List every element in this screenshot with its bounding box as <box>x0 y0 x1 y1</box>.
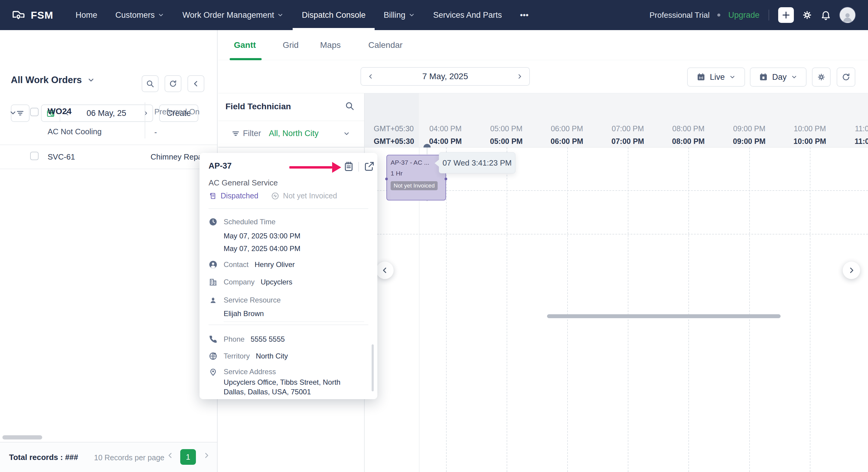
time-tick: 07:00 PM <box>612 137 644 146</box>
nav-item-more[interactable]: ••• <box>511 0 537 30</box>
company-row: Company Upcyclers <box>209 277 292 286</box>
brand-logo[interactable]: FSM <box>0 8 53 22</box>
time-tick: 05:00 PM <box>490 124 522 133</box>
phone-icon <box>209 335 218 344</box>
current-page-badge[interactable]: 1 <box>180 449 196 465</box>
chevron-down-icon <box>87 76 95 84</box>
work-orders-view-selector[interactable]: All Work Orders <box>11 75 95 86</box>
grid-line <box>507 147 507 472</box>
service-address-row: Service Address <box>209 367 276 376</box>
view-tabs: Gantt Grid Maps Calendar <box>218 30 868 60</box>
chevron-left-icon <box>192 79 200 88</box>
plan-label: Professional Trial <box>650 10 710 20</box>
tab-grid[interactable]: Grid <box>283 40 299 50</box>
quick-add-button[interactable] <box>778 7 794 23</box>
avatar-person-icon <box>841 11 854 23</box>
time-tick: 06:00 PM <box>551 124 583 133</box>
tab-maps[interactable]: Maps <box>320 40 341 50</box>
gantt-settings-button[interactable] <box>812 67 831 87</box>
horizontal-scrollbar-thumb[interactable] <box>2 435 42 439</box>
timezone-label: GMT+05:30 <box>374 137 414 146</box>
work-orders-panel: All Work Orders 06 May, 25 Create WO24 A… <box>0 30 218 472</box>
user-avatar[interactable] <box>839 7 856 24</box>
company-building-icon <box>209 277 218 286</box>
refresh-button[interactable] <box>164 75 181 92</box>
search-icon <box>146 79 154 88</box>
time-tick: 11:00 PM <box>855 124 868 133</box>
live-mode-dropdown[interactable]: Live <box>687 67 745 87</box>
gantt-horizontal-scrollbar[interactable] <box>547 314 781 318</box>
annotation-arrow-head <box>332 162 341 173</box>
prev-day-button[interactable] <box>361 73 380 80</box>
worker-icon <box>209 296 218 305</box>
search-icon[interactable] <box>345 101 354 111</box>
gantt-date-label[interactable]: 7 May, 2025 <box>380 72 510 81</box>
service-resource-row: Service Resource <box>209 296 281 305</box>
nav-item-customers[interactable]: Customers <box>106 0 174 30</box>
prev-page-button[interactable] <box>166 451 176 462</box>
row-expand-chevron-icon[interactable] <box>9 109 17 117</box>
refresh-icon <box>169 79 177 88</box>
refresh-icon <box>841 72 850 81</box>
icon-separator <box>358 162 359 172</box>
search-button[interactable] <box>142 75 158 92</box>
chevron-left-icon <box>367 73 374 80</box>
invoice-pulse-icon <box>271 192 279 200</box>
settings-gear-icon[interactable] <box>802 10 812 21</box>
contact-name: Henry Oliver <box>255 260 295 269</box>
event-resize-handle-right[interactable] <box>444 178 447 180</box>
scroll-right-button[interactable] <box>843 262 860 279</box>
open-record-icon[interactable] <box>364 161 375 172</box>
collapse-panel-button[interactable] <box>187 75 204 92</box>
nav-item-work-order-management[interactable]: Work Order Management <box>173 0 293 30</box>
event-title: AP-37 - AC ... <box>391 159 442 166</box>
records-per-page-label: 10 Records per page <box>94 453 164 462</box>
plus-icon <box>781 10 790 20</box>
next-day-button[interactable] <box>510 73 529 80</box>
chevron-down-icon <box>408 12 415 19</box>
service-appointment-row[interactable]: SVC-61 Chimney Repair <box>0 145 217 169</box>
row-checkbox[interactable] <box>30 108 38 116</box>
grid-line <box>688 147 689 472</box>
nav-item-billing[interactable]: Billing <box>375 0 424 30</box>
day-view-dropdown[interactable]: Day <box>750 67 807 87</box>
upgrade-link[interactable]: Upgrade <box>728 10 760 20</box>
event-duration: 1 Hr <box>391 170 442 177</box>
tab-calendar[interactable]: Calendar <box>368 40 403 50</box>
nav-item-dispatch-console[interactable]: Dispatch Console <box>293 0 375 30</box>
phone-row: Phone 5555 5555 <box>209 335 285 344</box>
chevron-down-icon <box>729 74 736 80</box>
time-tick: 10:00 PM <box>794 137 826 146</box>
technician-filter-row[interactable]: Filter All, North City <box>218 121 364 147</box>
chevron-down-icon <box>158 12 164 19</box>
chevron-right-icon <box>847 266 856 274</box>
nav-item-home[interactable]: Home <box>67 0 106 30</box>
work-order-id: WO24 <box>48 107 71 116</box>
time-tick: 09:00 PM <box>733 137 766 146</box>
grid-line <box>567 147 568 472</box>
row-checkbox[interactable] <box>30 152 38 160</box>
nav-item-services-and-parts[interactable]: Services And Parts <box>424 0 511 30</box>
contact-row: Contact Henry Oliver <box>209 260 295 269</box>
next-page-button[interactable] <box>203 451 212 462</box>
service-name: Chimney Repair <box>151 152 207 162</box>
divider <box>209 325 368 325</box>
gantt-toolbar: 7 May, 2025 Live Day <box>218 60 868 93</box>
calendar-live-icon <box>696 72 706 81</box>
tab-gantt[interactable]: Gantt <box>234 40 256 50</box>
popup-scrollbar-thumb[interactable] <box>372 344 374 391</box>
address-line-1: Upcyclers Office, Tibbs Street, North <box>224 378 341 386</box>
grid-line <box>628 147 628 472</box>
scroll-left-button[interactable] <box>376 262 394 279</box>
chevron-down-icon <box>277 12 284 19</box>
notifications-bell-icon[interactable] <box>820 10 831 21</box>
fsm-truck-icon <box>11 8 26 22</box>
event-resize-handle-left[interactable] <box>385 178 388 180</box>
invoice-status: Not yet Invoiced <box>271 192 337 200</box>
gantt-refresh-button[interactable] <box>837 67 855 87</box>
work-order-row[interactable]: WO24 AC Not Cooling Preferred On - <box>0 96 217 145</box>
notes-icon[interactable] <box>343 161 354 172</box>
event-invoice-badge: Not yet Invoiced <box>391 181 438 190</box>
time-tick: 08:00 PM <box>672 124 704 133</box>
phone-number: 5555 5555 <box>250 335 284 343</box>
